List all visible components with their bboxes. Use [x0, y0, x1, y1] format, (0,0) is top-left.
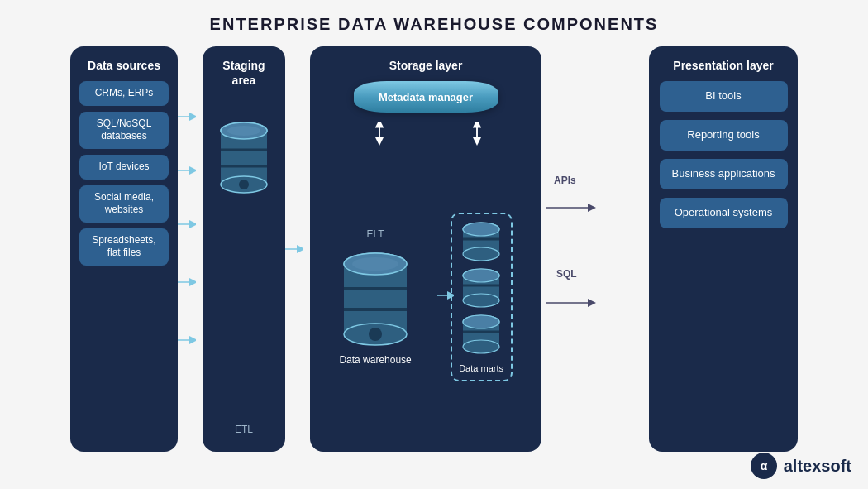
storage-content: ELT Data warehouse: [320, 151, 532, 443]
elt-label: ELT: [367, 228, 384, 240]
storage-right: Data marts: [451, 213, 513, 381]
svg-point-34: [463, 247, 499, 261]
logo-svg: α: [755, 457, 773, 475]
svg-point-29: [369, 328, 382, 341]
dw-cylinder-svg: [341, 243, 411, 351]
list-item: SQL/NoSQL databases: [79, 112, 169, 149]
apis-label: APIs: [554, 175, 576, 186]
altexsoft-logo-text: altexsoft: [784, 457, 851, 476]
list-item: Operational systems: [660, 198, 788, 228]
arrow-staging-storage: [285, 46, 303, 452]
storage-panel: Storage layer Metadata manager: [310, 46, 541, 452]
svg-text:α: α: [760, 459, 767, 472]
metadata-arrows: [320, 122, 532, 146]
arrow-svg: [178, 71, 196, 427]
svg-point-28: [352, 257, 398, 271]
staging-cylinder-svg: [218, 113, 269, 204]
sql-label: SQL: [556, 268, 577, 280]
svg-point-35: [463, 223, 499, 236]
dm-cylinder-svg3: [459, 314, 504, 357]
svg-point-13: [239, 180, 249, 189]
svg-point-39: [463, 294, 499, 307]
staging-title: Staging area: [211, 58, 277, 88]
diagram-container: Data sources CRMs, ERPs SQL/NoSQL databa…: [0, 46, 868, 452]
staging-panel: Staging area ETL: [203, 46, 285, 452]
svg-point-40: [463, 269, 499, 282]
connector-svg: [541, 71, 599, 427]
list-item: CRMs, ERPs: [79, 81, 169, 106]
storage-title: Storage layer: [389, 58, 463, 73]
svg-point-44: [463, 340, 499, 353]
staging-db-icon: [218, 113, 269, 204]
page-title: ENTERPRISE DATA WAREHOUSE COMPONENTS: [0, 0, 868, 42]
list-item: Social media, websites: [79, 185, 169, 223]
presentation-title: Presentation layer: [673, 58, 773, 73]
svg-point-45: [463, 315, 499, 328]
dm-cylinder-svg1: [459, 221, 504, 264]
datasources-title: Data sources: [88, 58, 160, 73]
altexsoft-logo-icon: α: [751, 453, 777, 479]
svg-point-12: [227, 126, 260, 136]
arrow-svg2: [285, 71, 303, 427]
list-item: Spreadsheets, flat files: [79, 228, 169, 266]
etl-label: ETL: [235, 424, 253, 443]
list-item: Reporting tools: [660, 120, 788, 151]
logo-area: α altexsoft: [751, 453, 851, 479]
list-item: IoT devices: [79, 155, 169, 180]
storage-left: ELT Data warehouse: [339, 228, 411, 366]
metadata-manager: Metadata manager: [354, 81, 498, 113]
dm-cylinder-svg2: [459, 267, 504, 310]
dm-label: Data marts: [459, 363, 503, 373]
dw-dm-arrow-svg: [437, 290, 454, 301]
presentation-panel: Presentation layer BI tools Reporting to…: [649, 46, 798, 452]
dw-label: Data warehouse: [339, 354, 411, 366]
dw-dm-arrow: [437, 290, 454, 304]
datasources-panel: Data sources CRMs, ERPs SQL/NoSQL databa…: [70, 46, 178, 452]
main-container: ENTERPRISE DATA WAREHOUSE COMPONENTS Dat…: [0, 0, 868, 489]
connector-storage-presentation: APIs SQL: [541, 46, 599, 452]
list-item: BI tools: [660, 81, 788, 112]
arrow-datasources-staging: [178, 46, 196, 452]
metadata-arrow-svg: [320, 122, 532, 146]
list-item: Business applications: [660, 159, 788, 189]
